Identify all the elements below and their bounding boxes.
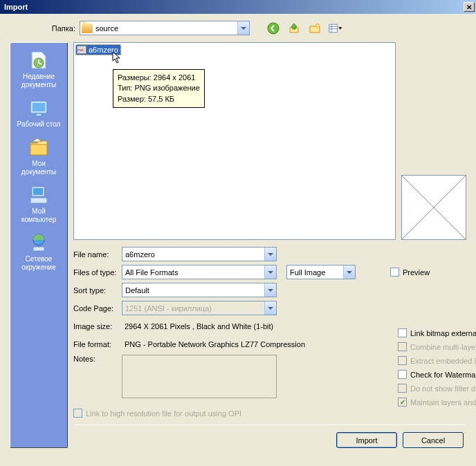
preview-label: Preview bbox=[403, 268, 430, 277]
opi-label: Link to high resolution file for output … bbox=[86, 409, 241, 418]
sort-select[interactable]: Default bbox=[122, 283, 277, 297]
png-thumb-icon bbox=[77, 46, 86, 54]
chevron-down-icon bbox=[264, 301, 276, 315]
tooltip-size: Размер: 57,5 КБ bbox=[118, 94, 200, 104]
import-button[interactable]: Import bbox=[336, 432, 397, 448]
sort-label: Sort type: bbox=[73, 286, 122, 295]
computer-icon bbox=[28, 184, 50, 206]
sidebar-label: Мой компьютер bbox=[21, 207, 56, 224]
recent-icon bbox=[28, 49, 50, 71]
tooltip-type: Тип: PNG изображение bbox=[118, 83, 200, 93]
svg-rect-11 bbox=[33, 188, 43, 195]
fileformat-value: PNG - Portable Network Graphics LZ77 Com… bbox=[125, 340, 305, 348]
file-name: a6mzero bbox=[89, 46, 118, 54]
sidebar-label: Сетевое окружение bbox=[21, 255, 55, 272]
sidebar-recent[interactable]: Недавние документы bbox=[10, 47, 67, 93]
preview-box bbox=[401, 175, 466, 240]
up-icon[interactable] bbox=[287, 21, 301, 35]
network-icon bbox=[28, 232, 50, 254]
titlebar: Import ✕ bbox=[0, 0, 476, 14]
combine-checkbox bbox=[398, 342, 407, 351]
fileformat-label: File format: bbox=[73, 340, 122, 348]
imagesize-value: 2964 X 2061 Pixels , Black and White (1-… bbox=[125, 322, 273, 330]
sidebar-label: Рабочий стол bbox=[17, 120, 61, 129]
folder-dropdown[interactable]: source bbox=[80, 21, 250, 35]
file-tooltip: Размеры: 2964 x 2061 Тип: PNG изображени… bbox=[113, 69, 205, 108]
sidebar-documents[interactable]: Мои документы bbox=[10, 134, 67, 180]
link-bitmap-checkbox[interactable] bbox=[398, 328, 407, 337]
folder-row: Папка: source bbox=[10, 21, 466, 35]
cancel-button[interactable]: Cancel bbox=[403, 432, 464, 448]
back-icon[interactable] bbox=[266, 21, 280, 35]
button-row: Import Cancel bbox=[73, 432, 466, 448]
file-list[interactable]: a6mzero Размеры: 2964 x 2061 Тип: PNG из… bbox=[73, 42, 396, 240]
svg-rect-8 bbox=[33, 103, 45, 111]
folder-icon bbox=[82, 24, 93, 33]
file-item-selected[interactable]: a6mzero bbox=[75, 44, 121, 55]
nav-icons bbox=[266, 21, 342, 35]
codepage-select: 1251 (ANSI - кириллица) bbox=[122, 301, 277, 315]
svg-rect-2 bbox=[329, 24, 338, 32]
chevron-down-icon[interactable] bbox=[237, 21, 249, 35]
maintain-checkbox bbox=[398, 398, 407, 407]
chevron-down-icon[interactable] bbox=[264, 248, 276, 261]
filetype-select[interactable]: All File Formats bbox=[122, 265, 277, 279]
import-options: Link bitmap externally Combine multi-lay… bbox=[398, 328, 476, 407]
divider bbox=[73, 425, 466, 425]
view-menu-icon[interactable] bbox=[329, 21, 342, 35]
sidebar-label: Мои документы bbox=[21, 160, 57, 176]
new-folder-icon[interactable] bbox=[308, 21, 322, 35]
chevron-down-icon[interactable] bbox=[264, 265, 276, 279]
icc-checkbox bbox=[398, 356, 407, 365]
sidebar-desktop[interactable]: Рабочий стол bbox=[10, 95, 67, 133]
notes-label: Notes: bbox=[73, 355, 122, 363]
close-button[interactable]: ✕ bbox=[464, 2, 475, 12]
file-area-row: a6mzero Размеры: 2964 x 2061 Тип: PNG из… bbox=[73, 42, 466, 240]
imagesize-label: Image size: bbox=[73, 322, 122, 330]
tooltip-dimensions: Размеры: 2964 x 2061 bbox=[118, 73, 200, 83]
chevron-down-icon[interactable] bbox=[343, 265, 355, 279]
svg-point-0 bbox=[268, 23, 279, 34]
opi-row: Link to high resolution file for output … bbox=[73, 409, 466, 418]
folder-label: Папка: bbox=[41, 24, 75, 32]
desktop-icon bbox=[28, 97, 50, 119]
places-sidebar: Недавние документы Рабочий стол Мои доку… bbox=[10, 42, 68, 448]
opi-checkbox bbox=[73, 409, 82, 418]
sidebar-network[interactable]: Сетевое окружение bbox=[10, 230, 67, 276]
filename-label: File name: bbox=[73, 250, 122, 259]
no-filter-checkbox bbox=[398, 384, 407, 393]
documents-icon bbox=[28, 136, 50, 158]
chevron-down-icon[interactable] bbox=[264, 283, 276, 297]
sidebar-label: Недавние документы bbox=[21, 73, 57, 89]
codepage-label: Code Page: bbox=[73, 304, 122, 313]
watermark-checkbox[interactable] bbox=[398, 370, 407, 379]
filename-input[interactable]: a6mzero bbox=[122, 247, 277, 261]
notes-textarea bbox=[122, 355, 277, 398]
window-title: Import bbox=[4, 3, 28, 11]
svg-rect-14 bbox=[33, 247, 44, 251]
svg-rect-12 bbox=[30, 198, 47, 203]
sidebar-computer[interactable]: Мой компьютер bbox=[10, 182, 67, 228]
svg-rect-9 bbox=[36, 113, 42, 116]
folder-value: source bbox=[95, 24, 118, 32]
preview-checkbox[interactable] bbox=[390, 268, 399, 277]
filetype-label: Files of type: bbox=[73, 268, 122, 277]
fullimage-select[interactable]: Full Image bbox=[286, 265, 356, 279]
